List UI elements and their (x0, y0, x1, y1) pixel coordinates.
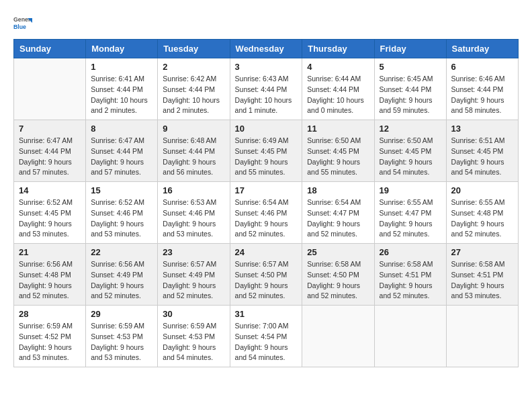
calendar-week-row: 1 Sunrise: 6:41 AM Sunset: 4:44 PM Dayli… (14, 58, 519, 120)
day-info: Sunrise: 6:43 AM Sunset: 4:44 PM Dayligh… (235, 74, 298, 116)
calendar-day-cell: 6 Sunrise: 6:46 AM Sunset: 4:44 PM Dayli… (446, 58, 518, 120)
day-number: 21 (19, 247, 81, 257)
calendar-day-cell: 13 Sunrise: 6:51 AM Sunset: 4:45 PM Dayl… (446, 120, 518, 182)
day-info: Sunrise: 6:42 AM Sunset: 4:44 PM Dayligh… (163, 74, 224, 116)
calendar-day-cell: 26 Sunrise: 6:58 AM Sunset: 4:51 PM Dayl… (374, 244, 446, 306)
calendar-day-cell (14, 58, 86, 120)
day-info: Sunrise: 6:51 AM Sunset: 4:45 PM Dayligh… (451, 136, 513, 178)
day-number: 18 (307, 185, 369, 195)
day-number: 24 (235, 247, 298, 257)
calendar-day-cell: 15 Sunrise: 6:52 AM Sunset: 4:46 PM Dayl… (86, 182, 158, 244)
day-number: 27 (451, 247, 513, 257)
day-info: Sunrise: 6:56 AM Sunset: 4:48 PM Dayligh… (19, 259, 81, 302)
calendar-day-cell: 31 Sunrise: 7:00 AM Sunset: 4:54 PM Dayl… (230, 306, 302, 367)
day-number: 20 (451, 185, 513, 195)
day-number: 19 (380, 185, 441, 195)
calendar-day-cell: 23 Sunrise: 6:57 AM Sunset: 4:49 PM Dayl… (158, 244, 230, 306)
day-number: 11 (307, 124, 369, 134)
day-number: 29 (91, 309, 152, 319)
day-number: 31 (235, 309, 298, 319)
logo-icon: General Blue (13, 13, 32, 32)
day-number: 13 (451, 124, 513, 134)
calendar-day-cell: 5 Sunrise: 6:45 AM Sunset: 4:44 PM Dayli… (374, 58, 446, 120)
calendar-day-cell: 18 Sunrise: 6:54 AM Sunset: 4:47 PM Dayl… (302, 182, 374, 244)
day-info: Sunrise: 6:52 AM Sunset: 4:45 PM Dayligh… (19, 197, 81, 240)
day-info: Sunrise: 6:58 AM Sunset: 4:50 PM Dayligh… (307, 259, 369, 302)
day-info: Sunrise: 6:54 AM Sunset: 4:47 PM Dayligh… (307, 197, 369, 240)
calendar-day-cell: 2 Sunrise: 6:42 AM Sunset: 4:44 PM Dayli… (158, 58, 230, 120)
calendar-header-row: SundayMondayTuesdayWednesdayThursdayFrid… (14, 40, 519, 58)
day-number: 12 (380, 124, 441, 134)
day-info: Sunrise: 6:41 AM Sunset: 4:44 PM Dayligh… (91, 74, 152, 116)
day-info: Sunrise: 7:00 AM Sunset: 4:54 PM Dayligh… (235, 321, 298, 363)
calendar-day-cell (302, 306, 374, 367)
day-info: Sunrise: 6:47 AM Sunset: 4:44 PM Dayligh… (19, 136, 81, 178)
calendar-day-cell: 19 Sunrise: 6:55 AM Sunset: 4:47 PM Dayl… (374, 182, 446, 244)
day-number: 23 (163, 247, 224, 257)
calendar-day-cell: 1 Sunrise: 6:41 AM Sunset: 4:44 PM Dayli… (86, 58, 158, 120)
calendar-day-cell: 29 Sunrise: 6:59 AM Sunset: 4:53 PM Dayl… (86, 306, 158, 367)
calendar-day-cell: 10 Sunrise: 6:49 AM Sunset: 4:45 PM Dayl… (230, 120, 302, 182)
day-info: Sunrise: 6:49 AM Sunset: 4:45 PM Dayligh… (235, 136, 298, 178)
calendar-day-cell: 3 Sunrise: 6:43 AM Sunset: 4:44 PM Dayli… (230, 58, 302, 120)
day-info: Sunrise: 6:58 AM Sunset: 4:51 PM Dayligh… (380, 259, 441, 302)
day-info: Sunrise: 6:53 AM Sunset: 4:46 PM Dayligh… (163, 197, 224, 240)
day-number: 9 (163, 124, 224, 134)
day-info: Sunrise: 6:50 AM Sunset: 4:45 PM Dayligh… (380, 136, 441, 178)
day-info: Sunrise: 6:50 AM Sunset: 4:45 PM Dayligh… (307, 136, 369, 178)
calendar-day-cell: 22 Sunrise: 6:56 AM Sunset: 4:49 PM Dayl… (86, 244, 158, 306)
calendar-day-cell: 25 Sunrise: 6:58 AM Sunset: 4:50 PM Dayl… (302, 244, 374, 306)
day-info: Sunrise: 6:47 AM Sunset: 4:44 PM Dayligh… (91, 136, 152, 178)
calendar-day-cell: 4 Sunrise: 6:44 AM Sunset: 4:44 PM Dayli… (302, 58, 374, 120)
day-number: 3 (235, 62, 298, 72)
day-number: 26 (380, 247, 441, 257)
day-number: 17 (235, 185, 298, 195)
day-info: Sunrise: 6:58 AM Sunset: 4:51 PM Dayligh… (451, 259, 513, 302)
day-info: Sunrise: 6:57 AM Sunset: 4:50 PM Dayligh… (235, 259, 298, 302)
calendar-day-cell: 17 Sunrise: 6:54 AM Sunset: 4:46 PM Dayl… (230, 182, 302, 244)
calendar-day-cell: 8 Sunrise: 6:47 AM Sunset: 4:44 PM Dayli… (86, 120, 158, 182)
calendar-day-cell: 28 Sunrise: 6:59 AM Sunset: 4:52 PM Dayl… (14, 306, 86, 367)
day-number: 25 (307, 247, 369, 257)
calendar-day-cell: 14 Sunrise: 6:52 AM Sunset: 4:45 PM Dayl… (14, 182, 86, 244)
day-info: Sunrise: 6:45 AM Sunset: 4:44 PM Dayligh… (380, 74, 441, 116)
column-header-tuesday: Tuesday (158, 40, 230, 58)
day-info: Sunrise: 6:56 AM Sunset: 4:49 PM Dayligh… (91, 259, 152, 302)
column-header-friday: Friday (374, 40, 446, 58)
page-header: General Blue (13, 13, 519, 32)
day-number: 1 (91, 62, 152, 72)
calendar-table: SundayMondayTuesdayWednesdayThursdayFrid… (13, 39, 519, 367)
calendar-day-cell: 27 Sunrise: 6:58 AM Sunset: 4:51 PM Dayl… (446, 244, 518, 306)
calendar-day-cell: 24 Sunrise: 6:57 AM Sunset: 4:50 PM Dayl… (230, 244, 302, 306)
day-number: 30 (163, 309, 224, 319)
day-info: Sunrise: 6:59 AM Sunset: 4:53 PM Dayligh… (91, 321, 152, 363)
day-number: 4 (307, 62, 369, 72)
day-number: 15 (91, 185, 152, 195)
day-number: 7 (19, 124, 81, 134)
day-info: Sunrise: 6:57 AM Sunset: 4:49 PM Dayligh… (163, 259, 224, 302)
day-info: Sunrise: 6:55 AM Sunset: 4:47 PM Dayligh… (380, 197, 441, 240)
calendar-day-cell: 16 Sunrise: 6:53 AM Sunset: 4:46 PM Dayl… (158, 182, 230, 244)
calendar-week-row: 14 Sunrise: 6:52 AM Sunset: 4:45 PM Dayl… (14, 182, 519, 244)
calendar-day-cell (446, 306, 518, 367)
svg-text:Blue: Blue (13, 24, 26, 30)
calendar-day-cell: 7 Sunrise: 6:47 AM Sunset: 4:44 PM Dayli… (14, 120, 86, 182)
column-header-thursday: Thursday (302, 40, 374, 58)
calendar-day-cell: 20 Sunrise: 6:55 AM Sunset: 4:48 PM Dayl… (446, 182, 518, 244)
day-info: Sunrise: 6:46 AM Sunset: 4:44 PM Dayligh… (451, 74, 513, 116)
column-header-wednesday: Wednesday (230, 40, 302, 58)
calendar-day-cell: 12 Sunrise: 6:50 AM Sunset: 4:45 PM Dayl… (374, 120, 446, 182)
calendar-day-cell: 30 Sunrise: 6:59 AM Sunset: 4:53 PM Dayl… (158, 306, 230, 367)
day-number: 14 (19, 185, 81, 195)
day-number: 10 (235, 124, 298, 134)
day-number: 28 (19, 309, 81, 319)
day-info: Sunrise: 6:55 AM Sunset: 4:48 PM Dayligh… (451, 197, 513, 240)
calendar-week-row: 28 Sunrise: 6:59 AM Sunset: 4:52 PM Dayl… (14, 306, 519, 367)
column-header-saturday: Saturday (446, 40, 518, 58)
day-number: 5 (380, 62, 441, 72)
column-header-monday: Monday (86, 40, 158, 58)
calendar-week-row: 21 Sunrise: 6:56 AM Sunset: 4:48 PM Dayl… (14, 244, 519, 306)
day-info: Sunrise: 6:52 AM Sunset: 4:46 PM Dayligh… (91, 197, 152, 240)
calendar-day-cell: 9 Sunrise: 6:48 AM Sunset: 4:44 PM Dayli… (158, 120, 230, 182)
column-header-sunday: Sunday (14, 40, 86, 58)
